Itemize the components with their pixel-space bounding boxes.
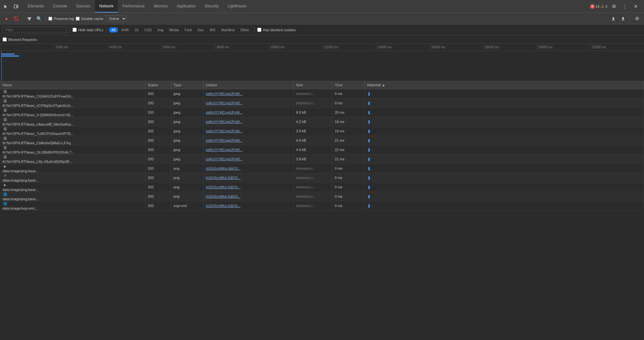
svg-rect-7 xyxy=(18,55,19,57)
has-blocked-cookies-checkbox[interactable] xyxy=(257,28,261,32)
tab-application[interactable]: Application xyxy=(172,0,200,13)
initiator-link[interactable]: hUDr5cv9tKe-5diQ3... xyxy=(206,194,241,198)
initiator-link[interactable]: hUDr5cv9tKe-5diQ3... xyxy=(206,204,241,208)
cell-time: 19 ms xyxy=(332,126,364,136)
tab-elements[interactable]: Elements xyxy=(23,0,48,13)
cell-initiator: hUDr5cv9tKe-5diQ3... xyxy=(203,201,293,210)
type-css-button[interactable]: CSS xyxy=(142,27,154,33)
initiator-link[interactable]: ioAVnYYj8CxpiUPxW... xyxy=(206,110,243,114)
table-row[interactable]: 🖼 th?id=OPN.RTNews_nAaccetB_NbnSuAVp... … xyxy=(0,117,644,126)
type-manifest-button[interactable]: Manifest xyxy=(219,27,237,33)
table-row[interactable]: 🖼 th?id=OPN.RTNews_OLVBbt8XPRXOhAL7... 2… xyxy=(0,145,644,154)
settings-icon[interactable]: ⚙ xyxy=(609,2,618,11)
tab-sources[interactable]: Sources xyxy=(72,0,95,13)
type-img-button[interactable]: Img xyxy=(155,27,166,33)
cursor-icon[interactable] xyxy=(1,2,10,11)
error-badge[interactable]: ✕ 19 ⚠ 3 xyxy=(590,4,607,9)
blocked-requests-checkbox[interactable] xyxy=(3,37,7,42)
cell-size: (memory c... xyxy=(293,182,332,192)
filter-input[interactable] xyxy=(3,27,67,33)
tab-security[interactable]: Security xyxy=(200,0,223,13)
timeline-ruler: 2000 ms 4000 ms 6000 ms 8000 ms 10000 ms… xyxy=(0,44,644,51)
preserve-log-label[interactable]: Preserve log xyxy=(48,17,74,21)
network-table-container[interactable]: Name Status Type Initiator Size Time Wat… xyxy=(0,81,644,340)
cell-status: 200 xyxy=(145,182,171,192)
clear-button[interactable]: 🚫 xyxy=(12,15,20,23)
type-ws-button[interactable]: WS xyxy=(207,27,218,33)
type-font-button[interactable]: Font xyxy=(182,27,194,33)
initiator-link[interactable]: ioAVnYYj8CxpiUPxW... xyxy=(206,157,243,161)
table-row[interactable]: ✕ data:image/png;base... 200 png hUDr5cv… xyxy=(0,173,644,182)
record-button[interactable]: ● xyxy=(3,15,10,23)
search-icon[interactable]: 🔍 xyxy=(35,15,43,23)
type-doc-button[interactable]: Doc xyxy=(195,27,207,33)
initiator-link[interactable]: ioAVnYYj8CxpiUPxW... xyxy=(206,129,243,133)
table-row[interactable]: 🖼 th?id=OPN.RTNews_V-QNlW5hhhoml1YtE... … xyxy=(0,108,644,117)
svg-rect-3 xyxy=(621,20,625,21)
device-toggle-icon[interactable] xyxy=(12,2,21,11)
initiator-link[interactable]: ioAVnYYj8CxpiUPxW... xyxy=(206,101,243,105)
initiator-link[interactable]: hUDr5cv9tKe-5diQ3... xyxy=(206,176,241,180)
th-status[interactable]: Status xyxy=(145,81,171,89)
table-row[interactable]: 🖼 th?id=OPN.RTNews_LRy-2AuKct82INp3R... … xyxy=(0,154,644,164)
hide-data-urls-label[interactable]: Hide data URLs xyxy=(73,28,103,32)
download-icon[interactable] xyxy=(619,15,627,23)
type-js-button[interactable]: JS xyxy=(132,27,141,33)
timeline-container: 2000 ms 4000 ms 6000 ms 8000 ms 10000 ms… xyxy=(0,44,644,81)
close-icon[interactable]: ✕ xyxy=(631,2,640,11)
th-initiator[interactable]: Initiator xyxy=(203,81,293,89)
network-condition-select[interactable]: Online xyxy=(105,15,127,22)
cell-name: 🖼 th?id=OPN.RTNews_cCFWgSuVTqdv0nJs... xyxy=(0,98,145,108)
cell-type: jpeg xyxy=(171,136,203,145)
table-row[interactable]: 🖼 th?id=OPN.RTNews_Cidks0wSjMaG-LFXq... … xyxy=(0,136,644,145)
has-blocked-cookies-label[interactable]: Has blocked cookies xyxy=(257,28,296,32)
table-row[interactable]: 🖼 th?id=OPN.RTNews_7ciI6CPOtDaunHPTB... … xyxy=(0,126,644,136)
hide-data-urls-checkbox[interactable] xyxy=(73,28,77,32)
network-settings-icon[interactable]: ⚙ xyxy=(632,14,641,23)
file-type-icon: ✕ xyxy=(3,173,8,178)
network-table-body: 🖼 th?id=OPN.RTNews_CG0kKIJ2s8YFuwGN... 2… xyxy=(0,89,644,210)
table-row[interactable]: ▶ data:image/png;base... 200 png hUDr5cv… xyxy=(0,182,644,192)
disable-cache-checkbox[interactable] xyxy=(76,17,80,21)
th-type[interactable]: Type xyxy=(171,81,203,89)
file-type-icon: 🖼 xyxy=(3,99,8,104)
disable-cache-label[interactable]: Disable cache xyxy=(76,17,103,21)
tab-network[interactable]: Network xyxy=(95,0,118,13)
initiator-link[interactable]: ioAVnYYj8CxpiUPxW... xyxy=(206,138,243,142)
cell-waterfall xyxy=(364,126,644,136)
filter-icon[interactable] xyxy=(25,15,33,23)
cell-waterfall xyxy=(364,108,644,117)
type-other-button[interactable]: Other xyxy=(238,27,252,33)
initiator-link[interactable]: hUDr5cv9tKe-5diQ3... xyxy=(206,185,241,189)
cell-size: 4.4 kB xyxy=(293,145,332,154)
tick-6: 12000 ms xyxy=(322,44,376,51)
initiator-link[interactable]: ioAVnYYj8CxpiUPxW... xyxy=(206,148,243,152)
th-name[interactable]: Name xyxy=(0,81,145,89)
cell-waterfall xyxy=(364,173,644,182)
th-waterfall[interactable]: Waterfall ▲ xyxy=(364,81,644,89)
preserve-log-checkbox[interactable] xyxy=(48,17,52,21)
th-size[interactable]: Size xyxy=(293,81,332,89)
toolbar-sep-3 xyxy=(629,15,630,22)
more-options-icon[interactable]: ⋮ xyxy=(620,2,629,11)
tab-performance[interactable]: Performance xyxy=(118,0,149,13)
cell-time: 0 ms xyxy=(332,173,364,182)
tab-lighthouse[interactable]: Lighthouse xyxy=(223,0,251,13)
type-xhr-button[interactable]: XHR xyxy=(119,27,131,33)
initiator-link[interactable]: ioAVnYYj8CxpiUPxW... xyxy=(206,92,243,96)
type-media-button[interactable]: Media xyxy=(167,27,181,33)
upload-icon[interactable] xyxy=(610,15,617,23)
initiator-link[interactable]: ioAVnYYj8CxpiUPxW... xyxy=(206,120,243,124)
table-row[interactable]: 🌐 data:image/png;base... 200 png hUDr5cv… xyxy=(0,192,644,201)
table-row[interactable]: 🖼 th?id=OPN.RTNews_CG0kKIJ2s8YFuwGN... 2… xyxy=(0,89,644,98)
type-all-button[interactable]: All xyxy=(109,27,118,33)
table-row[interactable]: ▶ data:image/png;base... 200 png hUDr5cv… xyxy=(0,164,644,173)
table-row[interactable]: 🌐 data:image/svg+xml;... 200 svg+xml hUD… xyxy=(0,201,644,210)
tab-console[interactable]: Console xyxy=(48,0,72,13)
table-row[interactable]: 🖼 th?id=OPN.RTNews_cCFWgSuVTqdv0nJs... 2… xyxy=(0,98,644,108)
th-time[interactable]: Time xyxy=(332,81,364,89)
initiator-link[interactable]: hUDr5cv9tKe-5diQ3... xyxy=(206,166,241,170)
tab-memory[interactable]: Memory xyxy=(149,0,172,13)
cell-status: 200 xyxy=(145,173,171,182)
cell-initiator: hUDr5cv9tKe-5diQ3... xyxy=(203,192,293,201)
